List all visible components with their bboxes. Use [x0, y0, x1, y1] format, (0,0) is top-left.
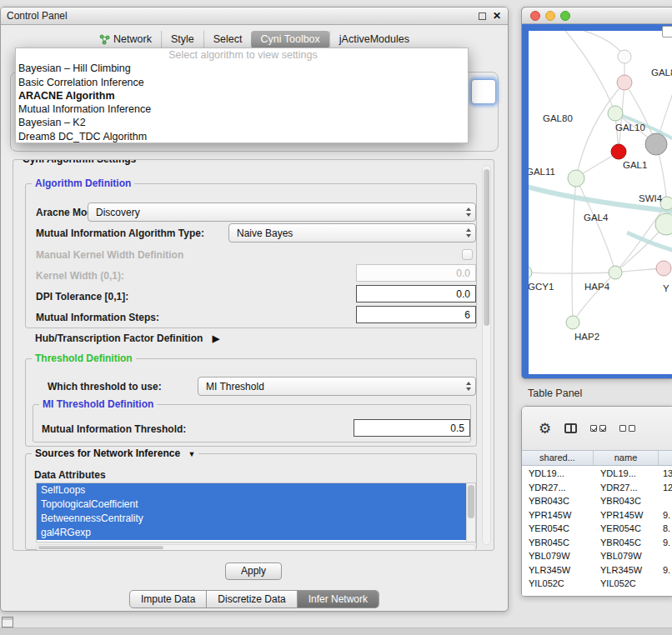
deselect-all-columns-icon[interactable]	[619, 425, 635, 432]
node-pink2[interactable]	[656, 261, 671, 276]
mi-type-value: Naive Bayes	[237, 228, 293, 239]
tab-label: Select	[213, 31, 243, 48]
table-row[interactable]: YDL19... YDL19... 13	[522, 467, 672, 481]
network-canvas[interactable]: GAL8 GAL80 GAL10 GAL11 GAL1 SWI4 GAL4 GC…	[529, 31, 672, 374]
tab-style[interactable]: Style	[161, 31, 203, 48]
dpi-tolerance-field[interactable]: 0.0	[356, 285, 476, 302]
table-row[interactable]: YPR145W YPR145W 9.	[522, 508, 672, 522]
sources-group-title[interactable]: Sources for Network Inference ▼	[32, 448, 198, 459]
popup-item[interactable]: Dream8 DC_TDC Algorithm	[16, 130, 468, 143]
column-header-name[interactable]: name	[594, 451, 659, 465]
which-threshold-value: MI Threshold	[206, 381, 264, 392]
node-label-gcy1: GCY1	[529, 282, 554, 292]
table-row[interactable]: YIL052C YIL052C	[522, 577, 672, 591]
which-threshold-select[interactable]: MI Threshold	[198, 377, 476, 396]
data-attributes-list[interactable]: SelfLoops TopologicalCoefficient Between…	[36, 482, 476, 542]
network-toolbar-fragment	[662, 26, 672, 38]
list-item[interactable]: gal4RGexp	[37, 526, 466, 540]
settings-scrollbar-thumb[interactable]	[484, 169, 489, 326]
node-gal11[interactable]	[568, 170, 584, 187]
popup-item[interactable]: Bayesian – Hill Climbing	[16, 62, 468, 75]
attribute-list-hscroll-thumb[interactable]	[38, 546, 163, 549]
column-selector-icon[interactable]	[564, 423, 577, 433]
aracne-mode-select[interactable]: Discovery	[88, 202, 476, 222]
combo-arrows-icon	[466, 203, 471, 221]
tab-label: Network	[113, 31, 152, 48]
network-window-titlebar[interactable]	[522, 8, 672, 24]
float-window-icon[interactable]	[479, 12, 486, 20]
algorithm-select-popup: Select algorithm to view settings Bayesi…	[15, 48, 469, 143]
node-hap2[interactable]	[566, 316, 579, 329]
list-item[interactable]: BetweennessCentrality	[37, 512, 466, 526]
attribute-list-hscroll-track[interactable]	[36, 544, 476, 551]
tab-cyni-toolbox[interactable]: Cyni Toolbox	[251, 31, 328, 48]
tab-network[interactable]: Network	[90, 31, 161, 48]
table-row[interactable]: YDR27... YDR27... 12	[522, 481, 672, 495]
list-item[interactable]: SelfLoops	[37, 483, 466, 498]
attribute-list-scrollbar-track[interactable]	[466, 483, 475, 542]
manual-kernel-label: Manual Kernel Width Definition	[36, 249, 183, 262]
node-gray[interactable]	[645, 133, 667, 155]
node-label-gal80: GAL80	[543, 113, 573, 123]
minimize-button[interactable]	[545, 11, 555, 21]
cell: YIL052C	[522, 577, 594, 591]
settings-group-title: Cyni Algorithm Settings	[19, 159, 139, 165]
popup-item[interactable]: Mutual Information Inference	[16, 102, 468, 116]
column-header-partial[interactable]	[659, 451, 672, 465]
settings-scrollbar-track[interactable]	[482, 165, 491, 545]
control-panel-titlebar[interactable]: Control Panel ✕	[1, 8, 508, 25]
select-all-columns-icon[interactable]	[590, 425, 606, 432]
popup-item[interactable]: Bayesian – K2	[16, 116, 468, 129]
tab-select[interactable]: Select	[203, 31, 252, 48]
network-node-pink[interactable]	[617, 75, 632, 90]
cell: YDR27...	[522, 481, 594, 495]
node-label-gal1: GAL1	[623, 160, 647, 170]
mi-type-select[interactable]: Naive Bayes	[228, 223, 476, 242]
kernel-width-value: 0.0	[456, 268, 470, 279]
network-node[interactable]	[618, 50, 631, 63]
tab-infer-network[interactable]: Infer Network	[297, 591, 379, 608]
threshold-definition-group: Threshold Definition Which threshold to …	[25, 358, 477, 447]
zoom-button[interactable]	[560, 11, 570, 21]
cell: YPR145W	[594, 508, 659, 522]
popup-item[interactable]: Basic Correlation Inference	[16, 76, 468, 89]
node-label: GAL8	[651, 68, 672, 78]
close-button[interactable]	[530, 11, 540, 21]
cell: YBR045C	[522, 536, 594, 550]
list-item[interactable]: TopologicalCoefficient	[37, 498, 466, 512]
cyni-algorithm-settings-group: Cyni Algorithm Settings Algorithm Defini…	[13, 159, 494, 551]
table-row[interactable]: YBR043C YBR043C	[522, 494, 672, 508]
table-row[interactable]: YBL079W YBL079W	[522, 549, 672, 563]
cell: YBL079W	[522, 549, 594, 563]
tab-discretize-data[interactable]: Discretize Data	[206, 591, 296, 608]
gear-icon[interactable]: ⚙	[539, 422, 551, 436]
desktop: Control Panel ✕ Network Style Select Cyn…	[0, 0, 672, 635]
mi-steps-field[interactable]: 6	[356, 306, 476, 323]
node-hap4[interactable]	[609, 266, 622, 279]
attribute-list-scrollbar-thumb[interactable]	[468, 485, 474, 518]
cell: YER054C	[594, 522, 659, 536]
cell: 9.	[659, 508, 672, 522]
close-icon[interactable]: ✕	[493, 12, 501, 20]
minimized-panel-icon[interactable]	[2, 617, 13, 628]
network-node-labels: GAL8 GAL80 GAL10 GAL11 GAL1 SWI4 GAL4 GC…	[529, 68, 672, 342]
tab-impute-data[interactable]: Impute Data	[130, 591, 206, 608]
table-row[interactable]: YBR045C YBR045C 9.	[522, 536, 672, 550]
mi-threshold-field[interactable]: 0.5	[354, 419, 470, 437]
which-threshold-label: Which threshold to use:	[48, 381, 162, 393]
apply-button[interactable]: Apply	[225, 562, 282, 580]
table-row[interactable]: YER054C YER054C 8.	[522, 522, 672, 536]
popup-item-selected[interactable]: ARACNE Algorithm	[16, 89, 468, 102]
checked-box-icon	[599, 425, 606, 432]
hub-section-toggle[interactable]: Hub/Transcription Factor Definition ▶	[35, 332, 219, 345]
aracne-mode-value: Discovery	[96, 207, 140, 218]
data-attributes-items: SelfLoops TopologicalCoefficient Between…	[37, 483, 466, 542]
tab-jactivemodules[interactable]: jActiveModules	[329, 31, 419, 48]
node-gal10[interactable]	[608, 106, 623, 121]
mi-steps-value: 6	[464, 309, 470, 321]
node-gcy1[interactable]	[529, 266, 532, 279]
node-red-selected[interactable]	[611, 144, 626, 159]
window-title: Control Panel	[7, 10, 68, 22]
column-header-shared-name[interactable]: shared...	[522, 451, 594, 465]
table-row[interactable]: YLR345W YLR345W 9.	[522, 563, 672, 578]
